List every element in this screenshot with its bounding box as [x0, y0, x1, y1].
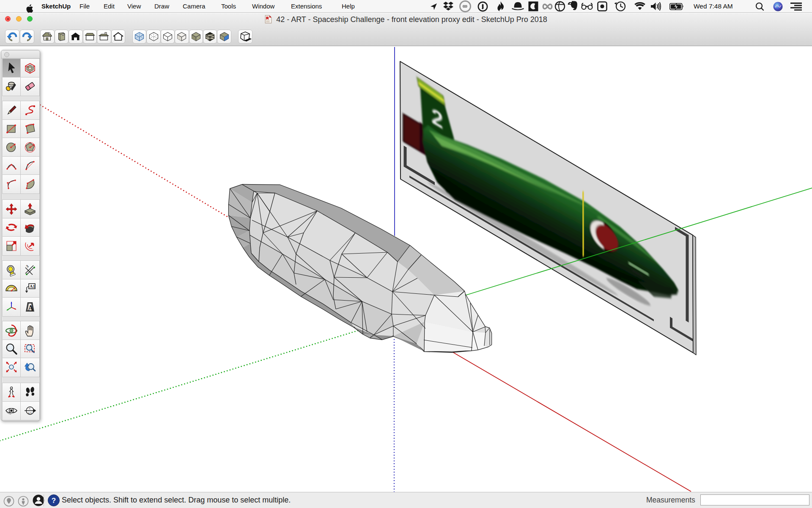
svg-text:C: C — [29, 407, 31, 410]
svg-text:?: ? — [52, 497, 56, 505]
svg-text:A: A — [28, 304, 33, 312]
svg-text:A S: A S — [28, 412, 32, 414]
svg-text:A1: A1 — [30, 284, 35, 289]
